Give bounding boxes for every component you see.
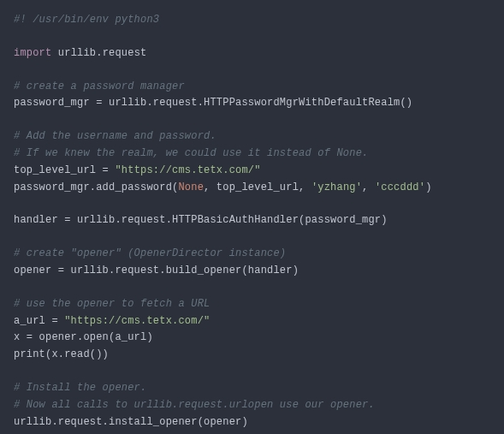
code-text: a_url = [14,315,64,327]
none-literal: None [178,181,204,193]
code-line: password_mgr = urllib.request.HTTPPasswo… [14,97,412,109]
comment-line: # Add the username and password. [14,130,216,142]
comment-line: # create "opener" (OpenerDirector instan… [14,247,286,259]
blank-line [14,229,490,246]
import-keyword: import [14,47,51,59]
code-line: x = opener.open(a_url) [14,331,153,343]
string-literal: "https://cms.tetx.com/" [64,315,210,327]
comment-line: # Now all calls to urllib.request.urlope… [14,399,375,411]
blank-line [14,112,490,128]
code-line: print(x.read()) [14,348,109,360]
blank-line [14,431,490,434]
code-text: top_level_url = [14,164,115,176]
shebang-comment: #! /usr/bin/env python3 [14,14,159,26]
blank-line [14,29,490,45]
code-line: handler = urllib.request.HTTPBasicAuthHa… [14,214,388,226]
code-text: , [362,181,375,193]
comment-line: # If we knew the realm, we could use it … [14,147,368,159]
code-line: opener = urllib.request.build_opener(han… [14,265,299,276]
blank-line [14,62,490,79]
comment-line: # use the opener to fetch a URL [14,298,210,310]
code-line: urllib.request.install_opener(opener) [14,416,248,428]
string-literal: 'cccddd' [375,181,425,193]
string-literal: "https://cms.tetx.com/" [115,164,260,176]
string-literal: 'yzhang' [311,181,362,193]
code-text: ) [425,181,431,193]
blank-line [14,196,490,212]
blank-line [14,364,490,380]
import-module: urllib.request [51,47,146,59]
comment-line: # Install the opener. [14,382,146,394]
comment-line: # create a password manager [14,80,185,92]
code-text: , top_level_url, [204,181,311,193]
blank-line [14,280,490,296]
code-text: password_mgr.add_password( [14,181,178,193]
code-block: #! /usr/bin/env python3 import urllib.re… [14,12,490,434]
